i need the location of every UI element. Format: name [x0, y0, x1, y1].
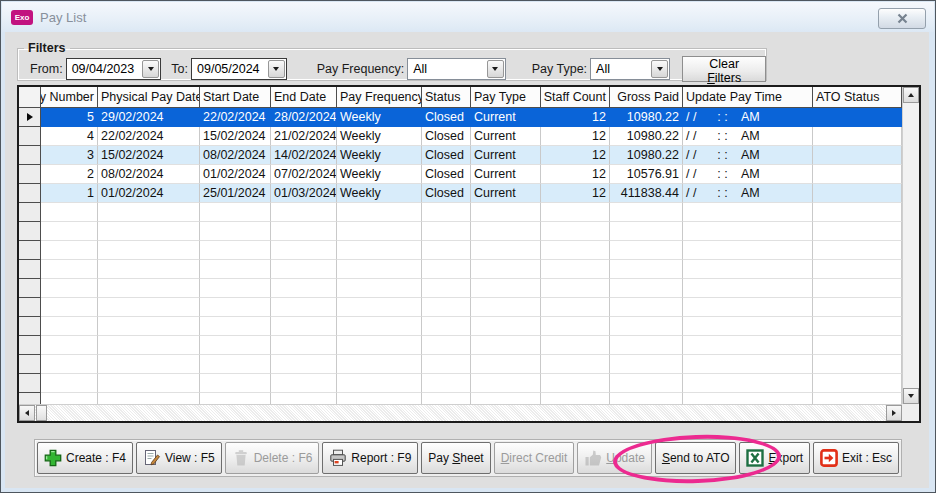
empty-grid-cell	[683, 222, 813, 241]
empty-grid-cell	[200, 260, 271, 279]
grid-cell: Current	[471, 165, 541, 184]
empty-grid-cell	[200, 317, 271, 336]
empty-grid-cell	[271, 336, 337, 355]
filters-legend: Filters	[24, 41, 70, 55]
grid-cell: 1	[41, 184, 98, 203]
table-row[interactable]: 422/02/202415/02/202421/02/2024WeeklyClo…	[19, 127, 902, 146]
scroll-up-icon[interactable]	[903, 87, 919, 103]
grid-cell: 2	[41, 165, 98, 184]
from-date-picker[interactable]: 09/04/2023	[66, 58, 162, 80]
table-row[interactable]: 208/02/202401/02/202407/02/2024WeeklyClo…	[19, 165, 902, 184]
row-gutter	[19, 336, 41, 355]
empty-grid-cell	[471, 279, 541, 298]
grid-cell: Closed	[422, 165, 471, 184]
column-header[interactable]: Status	[422, 87, 471, 108]
empty-grid-cell	[541, 317, 610, 336]
scroll-right-icon[interactable]	[886, 405, 902, 421]
to-date-picker[interactable]: 09/05/2024	[191, 58, 287, 80]
row-gutter	[19, 260, 41, 279]
grid-cell: 22/02/2024	[98, 127, 200, 146]
empty-grid-cell	[610, 336, 683, 355]
grid-cell	[813, 165, 902, 184]
table-row[interactable]: 101/02/202425/01/202401/03/2024WeeklyClo…	[19, 184, 902, 203]
exit-esc-button[interactable]: Exit : Esc	[813, 442, 899, 474]
pay-type-select[interactable]: All	[590, 58, 670, 80]
view-f5-button[interactable]: View : F5	[136, 442, 222, 474]
empty-grid-cell	[471, 355, 541, 374]
empty-grid-cell	[610, 260, 683, 279]
empty-grid-cell	[271, 203, 337, 222]
column-header[interactable]: Pay Frequency	[337, 87, 422, 108]
column-header[interactable]: Pay Type	[471, 87, 541, 108]
grid-cell: Weekly	[337, 146, 422, 165]
empty-grid-cell	[813, 336, 902, 355]
column-header[interactable]: Pay Number	[41, 87, 98, 108]
toolbar-button-label: Direct Credit	[501, 451, 568, 465]
empty-grid-cell	[41, 317, 98, 336]
empty-grid-cell	[541, 393, 610, 404]
empty-grid-cell	[683, 203, 813, 222]
grid-cell: 08/02/2024	[98, 165, 200, 184]
column-header[interactable]: Staff Count	[541, 87, 610, 108]
column-header[interactable]: End Date	[271, 87, 337, 108]
table-row[interactable]: 529/02/202422/02/202428/02/2024WeeklyClo…	[19, 108, 902, 127]
grid-cell: 4	[41, 127, 98, 146]
row-gutter	[19, 298, 41, 317]
scroll-left-icon[interactable]	[19, 405, 35, 421]
create-f4-button[interactable]: Create : F4	[37, 442, 133, 474]
horizontal-scrollbar[interactable]	[19, 404, 902, 421]
table-row	[19, 355, 902, 374]
pay-frequency-select[interactable]: All	[407, 58, 505, 80]
empty-grid-cell	[271, 222, 337, 241]
report-f9-button[interactable]: Report : F9	[322, 442, 418, 474]
horizontal-scroll-thumb[interactable]	[36, 405, 47, 421]
empty-grid-cell	[337, 241, 422, 260]
delete-trash-icon	[232, 449, 250, 467]
vertical-scrollbar[interactable]	[902, 87, 919, 404]
empty-grid-cell	[813, 298, 902, 317]
pay-frequency-dropdown-icon[interactable]	[487, 60, 504, 78]
table-row[interactable]: 315/02/202408/02/202414/02/2024WeeklyClo…	[19, 146, 902, 165]
pay-sheet-button[interactable]: Pay Sheet	[421, 442, 490, 474]
empty-grid-cell	[98, 374, 200, 393]
grid-cell: / / : : AM	[683, 146, 813, 165]
clear-filters-button[interactable]: Clear Filters	[682, 56, 766, 82]
empty-grid-cell	[471, 260, 541, 279]
grid-cell: 29/02/2024	[98, 108, 200, 127]
filters-groupbox: Filters From: 09/04/2023 To: 09/05/2024 …	[17, 41, 767, 81]
empty-grid-cell	[541, 203, 610, 222]
exo-app-icon: Exo	[11, 10, 33, 25]
scroll-down-icon[interactable]	[903, 388, 919, 404]
empty-grid-cell	[471, 203, 541, 222]
close-button[interactable]	[878, 8, 926, 29]
column-header[interactable]: Update Pay Time	[683, 87, 813, 108]
grid-cell: 25/01/2024	[200, 184, 271, 203]
pay-type-dropdown-icon[interactable]	[651, 60, 668, 78]
column-header[interactable]: Start Date	[200, 87, 271, 108]
empty-grid-cell	[541, 374, 610, 393]
empty-grid-cell	[610, 298, 683, 317]
pay-list-window: Exo Pay List Filters From: 09/04/2023 To…	[0, 0, 936, 493]
empty-grid-cell	[271, 279, 337, 298]
grid-cell: / / : : AM	[683, 184, 813, 203]
row-gutter	[19, 165, 41, 184]
table-row	[19, 317, 902, 336]
from-date-dropdown-icon[interactable]	[142, 60, 159, 78]
empty-grid-cell	[98, 298, 200, 317]
column-header[interactable]: Physical Pay Date	[98, 87, 200, 108]
export-button[interactable]: Export	[739, 442, 810, 474]
column-header[interactable]: Gross Paid	[610, 87, 683, 108]
empty-grid-cell	[200, 393, 271, 404]
empty-grid-cell	[813, 241, 902, 260]
to-date-dropdown-icon[interactable]	[268, 60, 285, 78]
empty-grid-cell	[271, 241, 337, 260]
empty-grid-cell	[541, 336, 610, 355]
grid-cell: Closed	[422, 146, 471, 165]
pay-frequency-value: All	[413, 62, 481, 76]
send-to-ato-button[interactable]: Send to ATO	[655, 442, 737, 474]
empty-grid-cell	[683, 374, 813, 393]
empty-grid-cell	[271, 374, 337, 393]
toolbar-button-label: Pay Sheet	[428, 451, 483, 465]
column-header[interactable]: ATO Status	[813, 87, 902, 108]
direct-credit-button: Direct Credit	[494, 442, 575, 474]
